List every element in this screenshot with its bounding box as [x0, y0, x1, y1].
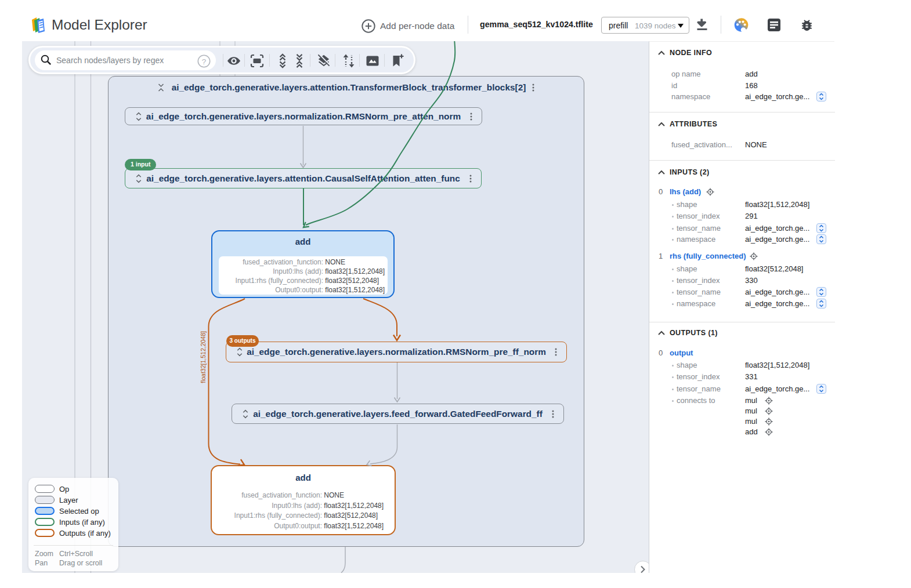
svg-text:?: ?	[202, 57, 207, 66]
